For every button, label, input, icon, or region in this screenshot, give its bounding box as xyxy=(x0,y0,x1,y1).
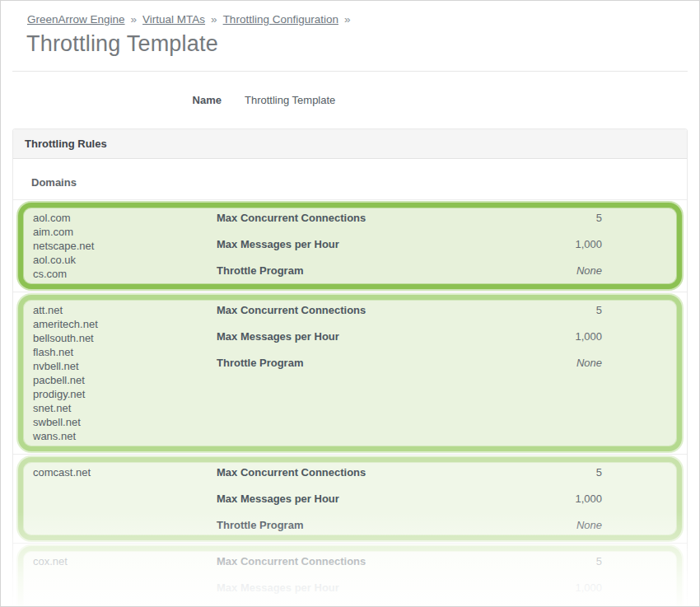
setting-row: Max Messages per Hour 1,000 xyxy=(217,492,602,506)
throttling-rules-panel: Throttling Rules Domains aol.com aim.com… xyxy=(12,128,688,607)
domain-item: nvbell.net xyxy=(33,359,217,373)
setting-value-max-messages-per-hour: 1,000 xyxy=(575,581,602,595)
setting-label-max-concurrent-connections: Max Concurrent Connections xyxy=(217,303,366,317)
breadcrumb-separator: » xyxy=(131,13,138,26)
domain-item: att.net xyxy=(33,303,217,317)
name-field-value: Throttling Template xyxy=(245,94,335,106)
rule-row: comcast.net Max Concurrent Connections 5… xyxy=(13,454,687,543)
setting-value-max-messages-per-hour: 1,000 xyxy=(575,492,602,506)
rule-row: att.net ameritech.net bellsouth.net flas… xyxy=(13,292,687,454)
name-field-row: Name Throttling Template xyxy=(1,94,699,106)
setting-label-throttle-program: Throttle Program xyxy=(217,264,303,278)
setting-value-max-messages-per-hour: 1,000 xyxy=(575,237,602,251)
domain-item: cox.net xyxy=(33,554,217,568)
domain-item: aim.com xyxy=(33,225,217,239)
domain-item: ameritech.net xyxy=(33,317,217,331)
setting-value-max-concurrent-connections: 5 xyxy=(596,554,602,568)
setting-value-max-concurrent-connections: 5 xyxy=(596,303,602,317)
panel-header: Throttling Rules xyxy=(13,129,687,159)
breadcrumb-link-virtual-mtas[interactable]: Virtual MTAs xyxy=(142,13,205,26)
setting-value-max-concurrent-connections: 5 xyxy=(596,211,602,225)
setting-label-throttle-program: Throttle Program xyxy=(217,518,303,532)
setting-label-max-messages-per-hour: Max Messages per Hour xyxy=(217,492,339,506)
domain-item: cs.com xyxy=(33,267,217,281)
rule-settings: Max Concurrent Connections 5 Max Message… xyxy=(217,303,602,443)
title-divider xyxy=(12,71,688,72)
setting-row: Max Concurrent Connections 5 xyxy=(217,554,602,568)
setting-row: Throttle Program None xyxy=(217,356,602,370)
domain-item: bellsouth.net xyxy=(33,331,217,345)
page-title: Throttling Template xyxy=(26,31,699,57)
setting-value-throttle-program: None xyxy=(576,356,602,370)
domain-item: pacbell.net xyxy=(33,373,217,387)
setting-label-max-messages-per-hour: Max Messages per Hour xyxy=(217,329,339,343)
setting-row: Max Concurrent Connections 5 xyxy=(217,465,602,479)
domain-item: comcast.net xyxy=(33,465,217,479)
setting-label-max-concurrent-connections: Max Concurrent Connections xyxy=(217,554,366,568)
domain-item: wans.net xyxy=(33,429,217,443)
name-field-label: Name xyxy=(1,94,222,106)
breadcrumb: GreenArrow Engine»Virtual MTAs»Throttlin… xyxy=(1,1,699,26)
rule-row: cox.net Max Concurrent Connections 5 Max… xyxy=(13,543,687,607)
rule-settings: Max Concurrent Connections 5 Max Message… xyxy=(217,211,602,281)
domain-list: aol.com aim.com netscape.net aol.co.uk c… xyxy=(33,211,217,281)
domain-list: att.net ameritech.net bellsouth.net flas… xyxy=(33,303,217,443)
breadcrumb-link-throttling-configuration[interactable]: Throttling Configuration xyxy=(223,13,338,26)
breadcrumb-separator: » xyxy=(344,13,351,26)
rule-card-att: att.net ameritech.net bellsouth.net flas… xyxy=(18,295,682,451)
panel-body: Domains aol.com aim.com netscape.net aol… xyxy=(13,176,687,607)
rule-row: aol.com aim.com netscape.net aol.co.uk c… xyxy=(13,199,687,292)
rule-settings: Max Concurrent Connections 5 Max Message… xyxy=(217,554,602,607)
breadcrumb-link-greenarrow-engine[interactable]: GreenArrow Engine xyxy=(27,13,125,26)
domain-item: aol.co.uk xyxy=(33,253,217,267)
domain-item: flash.net xyxy=(33,345,217,359)
domain-item: snet.net xyxy=(33,401,217,415)
domain-item: aol.com xyxy=(33,211,217,225)
domain-list: comcast.net xyxy=(33,465,217,532)
setting-row: Max Messages per Hour 1,000 xyxy=(217,581,602,595)
domain-item: swbell.net xyxy=(33,415,217,429)
setting-value-throttle-program: None xyxy=(576,264,602,278)
breadcrumb-separator: » xyxy=(211,13,217,26)
setting-value-max-messages-per-hour: 1,000 xyxy=(575,329,602,343)
setting-value-throttle-program: None xyxy=(576,518,602,532)
setting-row: Max Concurrent Connections 5 xyxy=(217,211,602,225)
setting-label-max-messages-per-hour: Max Messages per Hour xyxy=(217,581,339,595)
rule-card-cox: cox.net Max Concurrent Connections 5 Max… xyxy=(18,546,682,607)
domains-column-heading: Domains xyxy=(31,176,687,189)
domain-item: netscape.net xyxy=(33,239,217,253)
setting-row: Max Concurrent Connections 5 xyxy=(217,303,602,317)
domain-list: cox.net xyxy=(33,554,217,607)
domain-item: prodigy.net xyxy=(33,387,217,401)
setting-label-throttle-program: Throttle Program xyxy=(217,356,303,370)
setting-label-max-concurrent-connections: Max Concurrent Connections xyxy=(217,465,366,479)
setting-row: Max Messages per Hour 1,000 xyxy=(217,329,602,343)
setting-row: Throttle Program None xyxy=(217,518,602,532)
rule-settings: Max Concurrent Connections 5 Max Message… xyxy=(217,465,602,532)
setting-label-max-messages-per-hour: Max Messages per Hour xyxy=(217,237,339,251)
setting-label-max-concurrent-connections: Max Concurrent Connections xyxy=(217,211,366,225)
rule-card-aol: aol.com aim.com netscape.net aol.co.uk c… xyxy=(18,203,682,289)
page: GreenArrow Engine»Virtual MTAs»Throttlin… xyxy=(0,0,700,607)
setting-row: Max Messages per Hour 1,000 xyxy=(217,237,602,251)
setting-row: Throttle Program None xyxy=(217,264,602,278)
setting-value-max-concurrent-connections: 5 xyxy=(596,465,602,479)
rule-card-comcast: comcast.net Max Concurrent Connections 5… xyxy=(18,457,682,540)
